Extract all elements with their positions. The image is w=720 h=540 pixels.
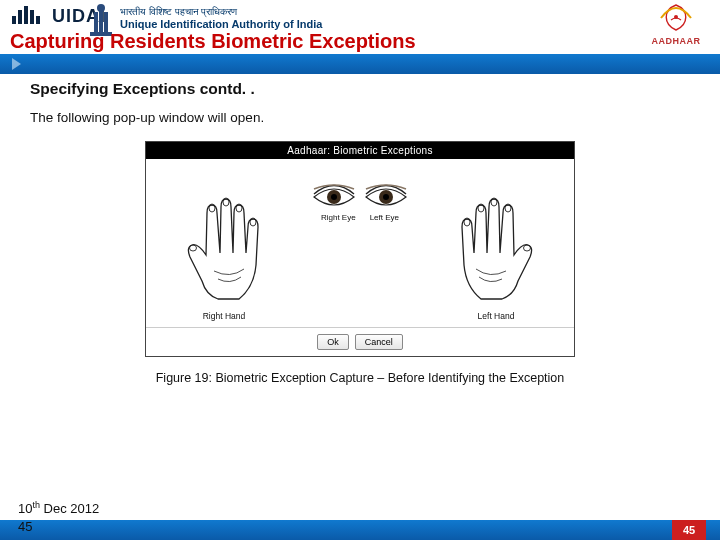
hand-left-icon: [164, 169, 284, 309]
svg-point-4: [97, 4, 105, 12]
left-hand-block[interactable]: Right Hand: [154, 169, 294, 321]
uidai-subtitle: भारतीय विशिष्ट पहचान प्राधिकरण Unique Id…: [120, 6, 322, 30]
chevron-right-icon: [12, 58, 21, 70]
left-hand-label: Left Hand: [426, 311, 566, 321]
eyes-block[interactable]: Right Eye Left Eye: [312, 183, 408, 222]
date-rest: Dec 2012: [40, 501, 99, 516]
slide-number: 45: [672, 520, 706, 540]
figure-caption: Figure 19: Biometric Exception Capture –…: [30, 371, 690, 385]
biometric-popup: Aadhaar: Biometric Exceptions Right: [145, 141, 575, 357]
svg-point-14: [383, 194, 389, 200]
slide-title: Capturing Residents Biometric Exceptions: [10, 30, 416, 53]
footer-bar: [0, 520, 720, 540]
aadhaar-logo: AADHAAR: [646, 2, 706, 46]
title-bar: [0, 54, 720, 74]
right-hand-label: Right Hand: [154, 311, 294, 321]
right-eye-label: Right Eye: [321, 213, 356, 222]
left-eye-label: Left Eye: [370, 213, 399, 222]
eye-right-icon: [312, 183, 356, 211]
right-hand-block[interactable]: Left Hand: [426, 169, 566, 321]
svg-rect-1: [94, 12, 98, 32]
eye-left-icon: [364, 183, 408, 211]
popup-buttons: Ok Cancel: [146, 327, 574, 356]
svg-rect-3: [104, 12, 108, 32]
hand-right-icon: [436, 169, 556, 309]
svg-point-12: [331, 194, 337, 200]
popup-title: Aadhaar: Biometric Exceptions: [146, 142, 574, 159]
date-suffix: th: [32, 500, 40, 510]
subtitle-english: Unique Identification Authority of India: [120, 18, 322, 30]
intro-text: The following pop-up window will open.: [30, 110, 690, 125]
content-area: Specifying Exceptions contd. . The follo…: [30, 80, 690, 385]
page-number-overlay: 45: [18, 519, 32, 534]
aadhaar-label: AADHAAR: [646, 36, 706, 46]
subheading: Specifying Exceptions contd. .: [30, 80, 690, 98]
uidai-logo-bars: [12, 6, 40, 24]
cancel-button[interactable]: Cancel: [355, 334, 403, 350]
eye-labels: Right Eye Left Eye: [312, 213, 408, 222]
subtitle-native: भारतीय विशिष्ट पहचान प्राधिकरण: [120, 6, 322, 18]
popup-body: Right Hand: [146, 159, 574, 327]
ok-button[interactable]: Ok: [317, 334, 349, 350]
footer-date: 10th Dec 2012: [18, 500, 99, 516]
svg-rect-2: [99, 10, 103, 32]
date-day: 10: [18, 501, 32, 516]
